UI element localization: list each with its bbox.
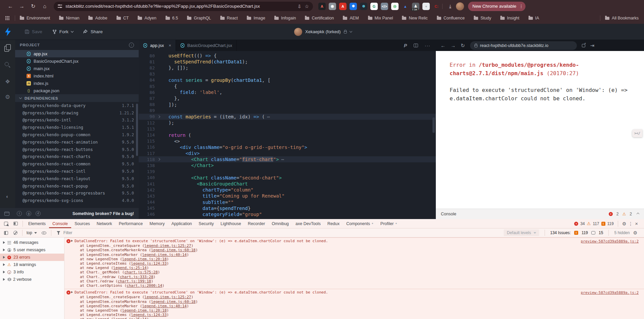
apps-grid-icon[interactable] <box>5 16 9 20</box>
stack-location-link[interactable]: legend-item.js:60:18 <box>151 248 195 252</box>
code-line-86[interactable]: 86 field: 'label', <box>139 89 436 95</box>
console-expand-chevron-icon[interactable] <box>637 213 639 215</box>
split-editor-icon[interactable] <box>414 44 418 47</box>
devtools-tab-network[interactable]: Network <box>93 219 116 228</box>
fold-chevron-icon[interactable] <box>157 115 160 118</box>
hidden-messages-label[interactable]: 5 hidden <box>614 230 630 235</box>
settings-gear-icon[interactable]: ⚙ <box>0 94 15 101</box>
bookmark-graphql[interactable]: GraphQL <box>187 16 211 20</box>
save-button[interactable]: Save <box>25 29 42 34</box>
code-line-113[interactable]: 113 <box>139 126 436 132</box>
expand-triangle-icon[interactable] <box>3 249 5 251</box>
extension-mic-icon[interactable]: ♆ <box>422 3 430 10</box>
extension-triangle-icon[interactable]: ▲ <box>402 3 409 10</box>
home-icon[interactable]: ⌂ <box>39 3 50 9</box>
user-avatar[interactable] <box>294 28 302 36</box>
file-main-jsx[interactable]: main.jsx <box>15 65 139 72</box>
user-chevron-icon[interactable] <box>349 30 352 33</box>
code-line-146[interactable]: 146 categoryField="group" <box>139 211 436 217</box>
bookmark-insight[interactable]: Insight <box>500 16 519 20</box>
bookmark-react[interactable]: React <box>220 16 238 20</box>
expand-error-icon[interactable] <box>71 291 73 293</box>
code-line-138[interactable]: 138 </Chart> <box>139 162 436 168</box>
code-line-87[interactable]: 87 }, <box>139 95 436 101</box>
extension-camera-icon[interactable]: ◉ <box>329 3 336 10</box>
expand-triangle-icon[interactable] <box>3 241 5 244</box>
tab-app-jsx[interactable]: app.jsx× <box>139 40 176 51</box>
inspect-element-icon[interactable] <box>4 222 8 226</box>
bookmark-adyen[interactable]: Adyen <box>138 16 156 20</box>
device-toolbar-icon[interactable] <box>13 222 18 225</box>
firebase-icon[interactable]: ❖ <box>0 78 15 85</box>
collapse-preview-icon[interactable]: ⇥ <box>590 43 595 49</box>
files-panel-icon[interactable] <box>4 46 9 52</box>
source-location-link[interactable]: preview-587cd39a5889a.js:2 <box>581 290 639 295</box>
expand-error-icon[interactable] <box>71 240 73 242</box>
browser-menu-icon[interactable]: ⋮ <box>519 4 523 9</box>
devtools-tab-omnibug[interactable]: Omnibug <box>268 219 292 228</box>
code-line-82[interactable]: 82 }, []); <box>139 65 436 71</box>
devtools-tab-components[interactable]: Components✦ <box>343 219 377 228</box>
forward-icon[interactable]: → <box>16 3 28 9</box>
source-location-link[interactable]: preview-587cd39a5889a.js:2 <box>581 239 639 244</box>
code-line-83[interactable]: 83 <box>139 71 436 77</box>
privacy-lock-icon[interactable] <box>344 31 347 34</box>
preview-window-icon[interactable] <box>4 212 9 216</box>
bookmark-environment[interactable]: Environment <box>20 16 50 20</box>
bookmark-mix-panel[interactable]: Mix Panel <box>368 16 393 20</box>
console-settings-icon[interactable]: ⚙ <box>633 230 637 235</box>
devtools-tab-console[interactable]: Console <box>49 219 71 228</box>
stack-location-link[interactable]: chart.js:333:28 <box>120 275 153 279</box>
all-bookmarks-button[interactable]: All Bookmarks <box>605 16 639 20</box>
preview-console-bar[interactable]: Console × 2 ⚠ 2 <box>436 209 644 219</box>
stack-location-link[interactable]: legend.js:124:33 <box>131 261 167 266</box>
preview-back-icon[interactable]: ← <box>441 43 446 48</box>
devtools-errors-icon[interactable]: × <box>574 222 578 226</box>
code-line-143[interactable]: 143 title="Coming up for Renewal" <box>139 193 436 199</box>
stack-location-link[interactable]: legend.js:124:33 <box>131 313 167 317</box>
stack-location-link[interactable]: legend-item.js:125:27 <box>144 295 191 299</box>
extension-grammarly-icon[interactable]: G <box>370 3 378 10</box>
file-index-html[interactable]: 5index.html <box>15 72 139 79</box>
bookmark-6-5[interactable]: 6.5 <box>166 16 178 20</box>
devtools-tab-lighthouse[interactable]: Lighthouse <box>217 219 244 228</box>
clear-console-icon[interactable] <box>13 231 17 235</box>
file-index-js[interactable]: JSindex.js <box>15 79 139 87</box>
log-levels-dropdown[interactable]: Default levels <box>504 229 539 236</box>
code-line-114[interactable]: 114 return ( <box>139 132 436 138</box>
editor-scrollbar[interactable] <box>432 117 435 133</box>
console-filter-5-user-messages[interactable]: 5 user messages <box>0 246 64 254</box>
code-line-140[interactable]: 140 <Chart className="second-chart"> <box>139 175 436 181</box>
code-line-118[interactable]: 118 <Chart className="first-chart">⋯ <box>139 156 436 162</box>
extension-meter-icon[interactable]: ♟7.54 <box>412 3 419 10</box>
devtools-tab-redux[interactable]: Redux <box>324 219 343 228</box>
console-filter-input[interactable] <box>63 230 164 235</box>
devtools-tab-elements[interactable]: Elements <box>25 219 49 228</box>
expand-triangle-icon[interactable] <box>3 256 5 259</box>
extension-bug-blue-icon[interactable]: ✱ <box>350 3 357 10</box>
stack-location-link[interactable]: legend.js:25:14 <box>113 317 146 319</box>
bookmark-certification[interactable]: Certification <box>305 16 334 20</box>
discord-icon[interactable]: d <box>36 211 41 216</box>
console-filter-46-messages[interactable]: 46 messages <box>0 239 64 246</box>
preview-forward-icon[interactable]: → <box>451 43 456 48</box>
code-line-139[interactable]: 139 <box>139 169 436 175</box>
devtools-settings-icon[interactable]: ⚙ <box>622 221 627 226</box>
editor-toggle-handle[interactable]: ></ <box>632 129 642 137</box>
file-basicgroupedchart-jsx[interactable]: BasicGroupedChart.jsx <box>15 57 139 65</box>
console-filter-3-info[interactable]: i3 info <box>0 268 64 276</box>
profile-avatar[interactable] <box>456 2 464 10</box>
stack-location-link[interactable]: legend-item.js:40:14 <box>142 253 186 257</box>
code-line-117[interactable]: 117 <div> <box>139 150 436 156</box>
bookmark-star-icon[interactable]: ☆ <box>305 4 309 9</box>
address-bar[interactable]: stackblitz.com/edit/react-hxpthdxt-ufdub… <box>54 2 313 11</box>
code-line-112[interactable]: 112 ); <box>139 120 436 126</box>
code-line-84[interactable]: 84 const series = groupBy(chartData1, [ <box>139 77 436 83</box>
bookmark-aem[interactable]: AEM <box>343 16 359 20</box>
fold-chevron-icon[interactable] <box>157 158 160 161</box>
reload-icon[interactable]: ↻ <box>28 3 39 9</box>
site-settings-icon[interactable] <box>58 5 62 8</box>
extension-code-helper-icon[interactable]: </> <box>381 3 388 10</box>
expand-triangle-icon[interactable] <box>3 278 5 281</box>
fork-button[interactable]: Fork <box>52 29 73 34</box>
